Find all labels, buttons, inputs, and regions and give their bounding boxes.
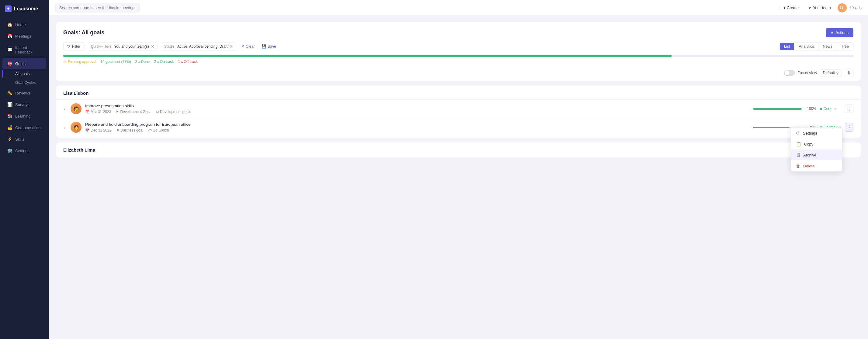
person-name: Lisa Lisbon xyxy=(56,91,861,99)
delete-icon: 🗑 xyxy=(796,163,800,168)
sidebar-item-label: Settings xyxy=(15,148,30,153)
actions-label: Actions xyxy=(835,30,848,35)
off-track-stat: 1 x Off track xyxy=(178,60,197,64)
settings-icon: ⚙ xyxy=(796,131,800,135)
view-tabs: List Analytics News Tree xyxy=(779,42,854,50)
goal-chevron-icon[interactable]: ∨ xyxy=(63,107,67,111)
sidebar-item-instant-feedback[interactable]: 💬 Instant Feedback xyxy=(2,42,46,58)
user-name: Lisa L. xyxy=(850,5,862,10)
type-icon: ⚑ xyxy=(116,110,119,114)
sidebar-item-home[interactable]: 🏠 Home xyxy=(2,19,46,30)
home-icon: 🏠 xyxy=(7,22,12,27)
chevron-down-icon: ∨ xyxy=(808,5,811,10)
meetings-icon: 📅 xyxy=(7,34,12,39)
save-label: Save xyxy=(268,44,276,48)
sidebar-item-meetings[interactable]: 📅 Meetings xyxy=(2,31,46,42)
quick-filter-chip: Quick-Filters: You and your team(s) ✕ xyxy=(88,42,158,50)
context-menu-settings[interactable]: ⚙ Settings xyxy=(791,128,842,138)
avatar-placeholder: 🧑 xyxy=(70,103,82,114)
filter-button[interactable]: ▽ Filter xyxy=(63,42,85,50)
tab-news[interactable]: News xyxy=(818,43,837,50)
goal-meta: 📅 Dec 31 2022 ⚑ Business goal 🏷 Go Globa… xyxy=(85,128,753,132)
context-menu-delete[interactable]: 🗑 Delete xyxy=(791,160,842,171)
default-sort-select[interactable]: Default ∨ xyxy=(820,69,842,77)
sidebar-item-reviews[interactable]: ✏️ Reviews xyxy=(2,88,46,98)
states-close-button[interactable]: ✕ xyxy=(229,44,233,49)
sidebar-item-label: Meetings xyxy=(15,34,31,39)
person-name: Elizabeth Lima xyxy=(56,147,861,156)
sidebar-nav: 🏠 Home 📅 Meetings 💬 Instant Feedback 🎯 G… xyxy=(0,18,49,339)
plus-icon: ＋ xyxy=(778,5,782,11)
goal-status: Done ∨ xyxy=(820,107,841,111)
sidebar-item-label: Compensation xyxy=(15,126,41,130)
progress-bar xyxy=(63,55,854,57)
person-section-elizabeth: Elizabeth Lima xyxy=(56,142,861,157)
goal-more-button[interactable]: ⋮ xyxy=(845,104,854,113)
avatar-placeholder: 🧑 xyxy=(70,122,82,133)
your-team-button[interactable]: ∨ Your team xyxy=(805,4,834,12)
feedback-icon: 💬 xyxy=(7,47,12,52)
goal-meta: 📅 Mar 31 2023 ⚑ Development Goal 🏷 Devel… xyxy=(85,110,753,114)
tag-icon: 🏷 xyxy=(148,129,151,132)
tab-tree[interactable]: Tree xyxy=(837,43,853,50)
clear-icon: ✕ xyxy=(241,44,245,48)
tab-analytics-label: Analytics xyxy=(799,44,814,48)
pending-label: Pending approval xyxy=(68,60,96,64)
goal-chevron-icon[interactable]: ∨ xyxy=(63,125,67,129)
sidebar-sub-item-all-goals[interactable]: All goals xyxy=(2,70,46,78)
tag-icon: 🏷 xyxy=(155,110,159,113)
goal-type: ⚑ Development Goal xyxy=(116,110,150,114)
sidebar-item-label: Instant Feedback xyxy=(15,45,41,55)
sidebar-item-skills[interactable]: ⚡ Skills xyxy=(2,134,46,145)
sidebar-item-goals[interactable]: 🎯 Goals xyxy=(2,58,46,69)
done-stat: 2 x Done xyxy=(135,60,150,64)
on-track-stat: 2 x On track xyxy=(154,60,174,64)
goal-avatar: 🧑 xyxy=(70,103,82,114)
sidebar-item-surveys[interactable]: 📊 Surveys xyxy=(2,99,46,110)
goal-percent: 100% xyxy=(805,107,816,111)
goals-card: Goals: All goals ∨ Actions ▽ Filter Quic… xyxy=(56,22,861,81)
tab-list[interactable]: List xyxy=(780,43,795,50)
focus-toggle-switch[interactable] xyxy=(784,70,795,76)
context-menu-archive[interactable]: 🗄 Archive xyxy=(791,149,842,160)
context-menu-delete-label: Delete xyxy=(803,164,815,168)
quick-filter-chip-value: You and your team(s) xyxy=(114,44,149,48)
sidebar-item-label: Reviews xyxy=(15,91,30,95)
actions-button[interactable]: ∨ Actions xyxy=(826,28,854,37)
create-label: + Create xyxy=(783,5,799,10)
app-logo[interactable]: ✦ Leapsome xyxy=(0,0,49,18)
sidebar-sub-item-goal-cycles[interactable]: Goal Cycles xyxy=(2,78,46,87)
sort-button[interactable]: ⇅ xyxy=(845,69,854,77)
goal-progress-fill xyxy=(753,127,789,128)
goal-date: 📅 Mar 31 2023 xyxy=(85,110,111,114)
tab-news-label: News xyxy=(823,44,832,48)
skills-icon: ⚡ xyxy=(7,137,12,141)
goal-progress-fill xyxy=(753,108,802,110)
clear-button[interactable]: ✕ Clear xyxy=(239,43,257,50)
progress-section: ⚠ Pending approval 14 goals set (77%) 2 … xyxy=(56,55,861,67)
sidebar: ✦ Leapsome 🏠 Home 📅 Meetings 💬 Instant F… xyxy=(0,0,49,339)
sidebar-item-label: Surveys xyxy=(15,102,30,107)
avatar[interactable]: LL xyxy=(838,3,847,12)
goals-sub-nav: All goals Goal Cycles xyxy=(0,69,49,87)
save-button[interactable]: 💾 Save xyxy=(260,43,278,50)
sidebar-item-compensation[interactable]: 💰 Compensation xyxy=(2,122,46,133)
goals-icon: 🎯 xyxy=(7,61,12,66)
calendar-icon: 📅 xyxy=(85,110,89,114)
sidebar-item-learning[interactable]: 📚 Learning xyxy=(2,110,46,122)
goal-tag-value: Development goals xyxy=(160,110,191,114)
context-menu-copy[interactable]: 📋 Copy xyxy=(791,138,842,149)
quick-filter-close-button[interactable]: ✕ xyxy=(151,44,155,49)
goal-tag-value: Go Global xyxy=(153,128,169,132)
tab-analytics[interactable]: Analytics xyxy=(795,43,818,50)
default-label: Default xyxy=(823,71,835,75)
sidebar-item-settings[interactable]: ⚙️ Settings xyxy=(2,145,46,156)
goal-more-button[interactable]: ⋮ xyxy=(845,123,854,132)
goal-type-value: Business goal xyxy=(120,128,143,132)
create-button[interactable]: ＋ + Create xyxy=(775,3,802,12)
focus-view-toggle[interactable]: Focus View xyxy=(784,70,817,76)
status-dot xyxy=(820,108,822,110)
search-input[interactable] xyxy=(55,3,140,12)
context-menu: ⚙ Settings 📋 Copy 🗄 Archive 🗑 Delete xyxy=(791,127,842,172)
goal-info: Prepare and hold onboarding program for … xyxy=(85,122,753,132)
